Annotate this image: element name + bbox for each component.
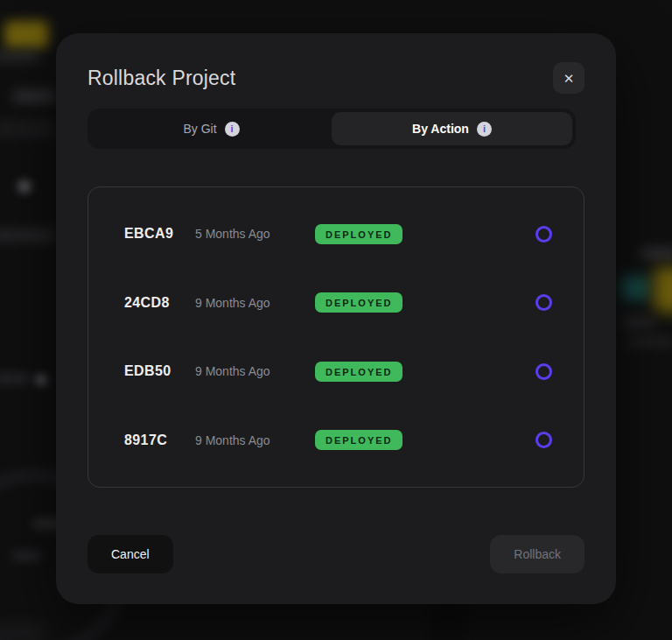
rollback-button[interactable]: Rollback [490,535,584,573]
modal-title: Rollback Project [88,67,235,90]
deployment-id: EDB50 [124,363,195,379]
deployment-id: 24CD8 [124,295,195,311]
tab-by-action[interactable]: By Action i [332,112,572,145]
cancel-button[interactable]: Cancel [88,535,173,573]
deployment-time: 5 Months Ago [195,227,315,241]
deployment-id: EBCA9 [124,226,195,242]
deployment-row[interactable]: 8917C 9 Months Ago DEPLOYED [88,406,584,475]
info-icon[interactable]: i [477,122,492,137]
tab-by-action-label: By Action [412,122,469,136]
close-button[interactable]: ✕ [553,62,584,94]
radio-button[interactable] [536,363,552,380]
tab-by-git-label: By Git [183,122,216,136]
app-screen: Rollback Project ✕ By Git i By Action i … [0,0,672,640]
radio-button[interactable] [536,294,552,311]
status-badge: DEPLOYED [315,430,402,450]
modal-header: Rollback Project ✕ [88,62,584,94]
radio-button[interactable] [536,432,552,448]
rollback-project-modal: Rollback Project ✕ By Git i By Action i … [56,33,616,604]
status-badge: DEPLOYED [315,292,402,313]
deployment-row[interactable]: 24CD8 9 Months Ago DEPLOYED [88,269,584,338]
info-icon[interactable]: i [225,122,240,137]
rollback-mode-tabs: By Git i By Action i [88,109,576,149]
deployment-row[interactable]: EBCA9 5 Months Ago DEPLOYED [88,200,584,269]
deployment-time: 9 Months Ago [195,364,315,378]
deployment-time: 9 Months Ago [195,296,315,310]
modal-footer: Cancel Rollback [88,535,584,573]
close-icon: ✕ [564,72,575,85]
radio-button[interactable] [536,226,552,243]
deployment-list: EBCA9 5 Months Ago DEPLOYED 24CD8 9 Mont… [88,186,584,488]
deployment-id: 8917C [124,433,195,448]
deployment-row[interactable]: EDB50 9 Months Ago DEPLOYED [88,337,584,406]
status-badge: DEPLOYED [315,362,402,382]
status-badge: DEPLOYED [315,224,402,244]
tab-by-git[interactable]: By Git i [91,112,332,145]
deployment-time: 9 Months Ago [195,433,315,447]
